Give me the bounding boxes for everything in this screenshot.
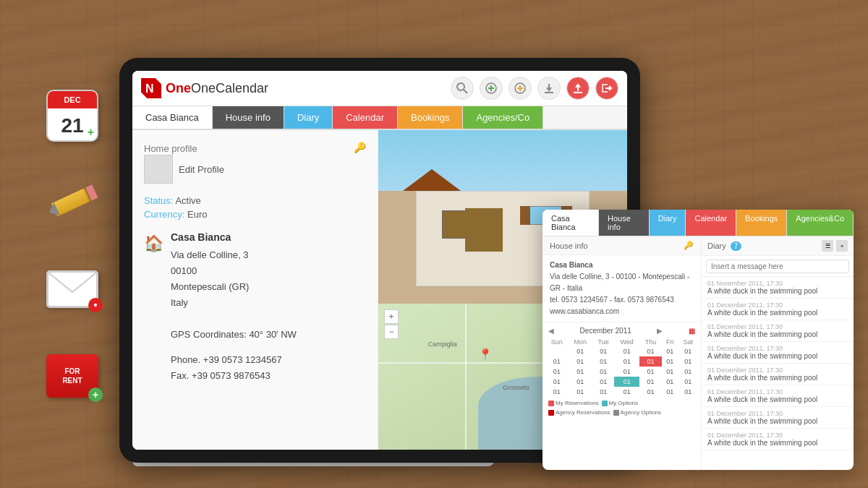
cal-cell[interactable]: 01	[639, 356, 662, 367]
cal-week-row: 01010101010101	[545, 356, 698, 367]
tab-diary[interactable]: Diary	[284, 106, 333, 129]
cal-cell[interactable]: 01	[592, 377, 614, 387]
cal-cell[interactable]: 01	[662, 356, 678, 367]
cal-cell[interactable]: 01	[568, 377, 592, 387]
cal-cell[interactable]: 01	[592, 356, 614, 367]
diary-item-date: 01 November 2011, 17:30	[707, 280, 848, 287]
cal-cell[interactable]: 01	[568, 367, 592, 377]
phone-number: Phone. +39 0573 1234567	[171, 354, 282, 365]
cal-cell[interactable]: 01	[662, 367, 678, 377]
cal-next-btn[interactable]: ▶	[657, 327, 663, 335]
cal-cell[interactable]: 01	[662, 377, 678, 387]
cal-cell[interactable]: 01	[639, 367, 662, 377]
rent-add-icon[interactable]: +	[88, 388, 103, 402]
cal-cell[interactable]: 01	[545, 356, 568, 367]
cal-cell[interactable]: 01	[678, 346, 699, 356]
diary-item: 01 November 2011, 17:30 A white duck in …	[702, 277, 854, 299]
sidebar-icons: DEC 21 + • FORRENT +	[43, 87, 101, 405]
calendar-widget[interactable]: DEC 21 +	[43, 87, 101, 145]
ftab-diary[interactable]: Diary	[650, 210, 686, 236]
cal-cell[interactable]: 01	[662, 346, 678, 356]
cal-cell[interactable]: 01	[678, 356, 699, 367]
tab-calendar[interactable]: Calendar	[333, 106, 398, 129]
cal-cell[interactable]: 01	[614, 367, 639, 377]
tool-add-btn[interactable]	[480, 77, 503, 100]
mail-widget[interactable]: •	[43, 260, 101, 318]
diary-tool-list[interactable]: ☰	[822, 240, 833, 252]
cal-cell[interactable]: 01	[662, 387, 678, 397]
cal-day-mon: Mon	[568, 338, 592, 346]
cal-cell[interactable]: 01	[568, 346, 592, 356]
ftab-house[interactable]: House info	[599, 210, 650, 236]
tool-edit-btn[interactable]	[509, 77, 532, 100]
cal-cell[interactable]: 01	[614, 356, 639, 367]
ftab-bookings[interactable]: Bookings	[736, 210, 787, 236]
diary-message-input[interactable]	[706, 260, 849, 273]
search-icon	[456, 82, 468, 94]
cal-cell[interactable]: 01	[639, 377, 662, 387]
cal-cell[interactable]: 01	[568, 387, 592, 397]
app-logo: N OneOneCalendar	[141, 78, 268, 98]
cal-cell[interactable]: 01	[639, 346, 662, 356]
tab-agencies[interactable]: Agencies/Co	[463, 106, 543, 129]
calendar-icon-widget[interactable]: DEC 21 +	[46, 90, 98, 142]
legend-my-options: My Options	[602, 400, 638, 406]
float-house-info-header: House info 🔑	[542, 236, 701, 255]
profile-thumbnail	[144, 155, 173, 184]
cal-cell[interactable]: 01	[678, 367, 699, 377]
cal-cell[interactable]: 01	[592, 387, 614, 397]
shutter-right	[520, 206, 530, 225]
rent-icon[interactable]: FORRENT +	[46, 354, 98, 398]
tool-download-btn[interactable]	[537, 77, 561, 100]
currency-value: Euro	[187, 209, 207, 220]
legend-dot-gray	[613, 410, 619, 416]
tab-casa-bianca[interactable]: Casa Bianca	[132, 106, 213, 129]
city-label-2: Grosseto	[503, 384, 529, 391]
cal-cell[interactable]: 01	[639, 387, 662, 397]
cal-cell[interactable]: 01	[592, 367, 614, 377]
cal-cell[interactable]	[545, 346, 568, 356]
diary-tool-add[interactable]: +	[836, 240, 848, 252]
cal-week-row: 01010101010101	[545, 387, 698, 397]
ftab-casa[interactable]: Casa Bianca	[542, 210, 599, 236]
cal-cell[interactable]: 01	[614, 377, 639, 387]
cal-cell[interactable]: 01	[678, 377, 699, 387]
cal-cell[interactable]: 01	[545, 377, 568, 387]
house-icon: 🏠	[144, 234, 163, 253]
cal-cell[interactable]: 01	[678, 387, 699, 397]
ftab-agencies[interactable]: Agencies&Co	[787, 210, 854, 236]
cal-grid-icon[interactable]: ▦	[689, 327, 695, 335]
map-zoom-out-btn[interactable]: −	[384, 325, 399, 339]
diary-item: 01 December 2011, 17:30 A white duck in …	[702, 364, 854, 385]
address-line2: 00100	[171, 265, 197, 276]
edit-profile-link[interactable]: Edit Profile	[179, 164, 224, 175]
cal-day-fri: Fri	[662, 338, 678, 346]
app-tabs: Casa Bianca House info Diary Calendar Bo…	[132, 106, 627, 130]
cal-day-wed: Wed	[614, 338, 639, 346]
map-zoom-in-btn[interactable]: +	[384, 309, 399, 324]
status-value: Active	[175, 195, 200, 206]
cal-cell[interactable]: 01	[545, 367, 568, 377]
cal-cell[interactable]: 01	[568, 356, 592, 367]
cal-cell[interactable]: 01	[614, 346, 639, 356]
tool-logout-btn[interactable]	[595, 77, 618, 100]
pencil-widget[interactable]	[43, 174, 101, 231]
mail-icon[interactable]: •	[46, 270, 98, 308]
diary-item-date: 01 December 2011, 17:30	[707, 367, 848, 374]
app-title-text: OneOneCalendar	[166, 81, 268, 96]
tab-house-info[interactable]: House info	[213, 106, 284, 129]
key-icon: 🔑	[354, 142, 366, 153]
cal-cell[interactable]: 01	[614, 387, 639, 397]
calendar-add-icon[interactable]: +	[88, 126, 94, 139]
tool-search-btn[interactable]	[451, 77, 474, 100]
diary-item-date: 01 December 2011, 17:30	[707, 388, 848, 395]
cal-cell[interactable]: 01	[545, 387, 568, 397]
tab-bookings[interactable]: Bookings	[398, 106, 463, 129]
ftab-calendar[interactable]: Calendar	[686, 210, 736, 236]
cal-cell[interactable]: 01	[592, 346, 614, 356]
rent-widget[interactable]: FORRENT +	[43, 347, 101, 405]
contact-info: Phone. +39 0573 1234567 Fax. +39 0573 98…	[171, 352, 297, 384]
tool-upload-btn[interactable]	[566, 77, 590, 100]
legend-my-reservations: My Reservations	[548, 400, 599, 406]
cal-prev-btn[interactable]: ◀	[548, 327, 554, 335]
